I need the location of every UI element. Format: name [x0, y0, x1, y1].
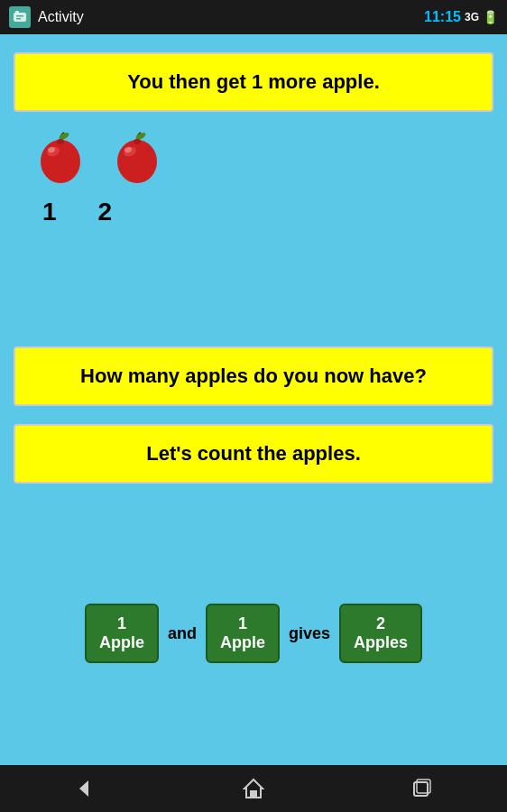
- equation-box-2: 1 Apple: [206, 604, 280, 663]
- nav-bar: [0, 765, 507, 812]
- svg-rect-0: [14, 13, 26, 22]
- apples-section: 1 2: [14, 130, 493, 226]
- equation-box-1: 1 Apple: [85, 604, 159, 663]
- apple-2: [108, 130, 167, 189]
- svg-rect-1: [15, 11, 19, 14]
- svg-rect-2: [16, 15, 23, 17]
- main-content: You then get 1 more apple.: [0, 34, 507, 765]
- apple-1: [32, 130, 90, 189]
- equation-section: 1 Apple and 1 Apple gives 2 Apples: [14, 586, 493, 663]
- svg-point-10: [117, 140, 157, 183]
- svg-point-12: [134, 139, 141, 144]
- equation-box-3: 2 Apples: [339, 604, 422, 663]
- battery-icon: 🔋: [483, 10, 498, 24]
- app-icon: [9, 6, 31, 28]
- numbers-row: 1 2: [32, 198, 112, 226]
- svg-rect-16: [250, 790, 257, 798]
- apple-2-number: 2: [98, 198, 113, 226]
- recent-button[interactable]: [400, 770, 445, 807]
- status-bar: Activity 11:15 3G 🔋: [0, 0, 507, 34]
- equation-connector-1: and: [168, 624, 197, 643]
- back-button[interactable]: [62, 770, 107, 807]
- svg-marker-14: [79, 780, 88, 797]
- banner-get-apple: You then get 1 more apple.: [14, 52, 493, 112]
- apple-1-number: 1: [42, 198, 57, 226]
- app-title: Activity: [38, 9, 84, 25]
- apples-row: [32, 130, 167, 189]
- svg-rect-3: [16, 18, 21, 20]
- status-right: 11:15 3G 🔋: [424, 9, 498, 25]
- equation-connector-2: gives: [289, 624, 330, 643]
- svg-point-7: [57, 139, 64, 144]
- banner-lets-count: Let's count the apples.: [14, 424, 493, 484]
- time-display: 11:15: [424, 9, 461, 25]
- home-button[interactable]: [231, 770, 276, 807]
- svg-point-5: [41, 140, 80, 183]
- signal-icon: 3G: [465, 11, 479, 23]
- banner-how-many: How many apples do you now have?: [14, 346, 493, 406]
